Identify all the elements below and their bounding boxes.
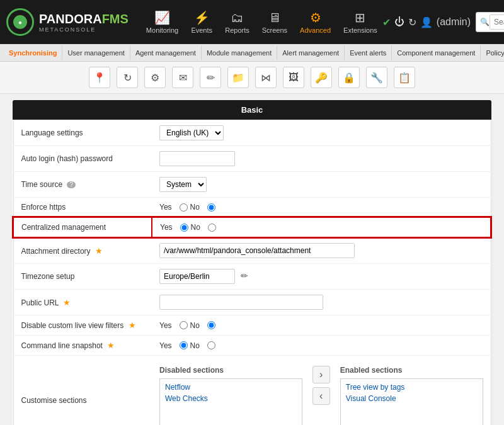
logo-inner: ● [13,15,27,29]
language-label: Language settings [13,120,152,146]
nav-user-management[interactable]: User management [62,46,130,60]
nav-synchronising[interactable]: Synchronising [4,46,62,60]
user-icons: ✔ ⏻ ↻ 👤 (admin) [382,16,471,28]
disabled-sections-title: Disabled sections [159,366,302,375]
enabled-sections-title: Enabled sections [340,366,483,375]
nav-screens[interactable]: 🖥 Screens [257,7,292,38]
toolbar-refresh-icon[interactable]: ↻ [117,67,138,88]
centralizedmgmt-row: Centralized management Yes No [13,217,491,237]
nav-events[interactable]: ⚡ Events [186,6,217,38]
timesource-help-icon[interactable]: ? [67,181,76,188]
screens-icon: 🖥 [268,11,281,25]
main-content: Basic Language settings English (UK) Aut… [0,94,504,425]
settings-table: Language settings English (UK) Auto logi… [13,120,491,425]
centralizedmgmt-yes-label: Yes [160,223,173,232]
disabled-sections-list: Netflow Web Checks [159,378,302,425]
publicurl-input[interactable] [159,295,323,310]
toolbar-nodes-icon[interactable]: ⋈ [255,67,277,88]
customisesections-value: Disabled sections Netflow Web Checks › ‹… [152,356,491,426]
centralizedmgmt-radiogroup: Yes No [160,223,483,232]
enabled-sections-col: Enabled sections Tree view by tags Visua… [340,366,483,425]
enforcehttps-no-label: No [190,203,200,212]
arrow-col: › ‹ [307,366,335,405]
commandline-value: Yes No [152,336,491,356]
timezonesetup-value: ✏ [152,264,491,290]
disabled-netflow-item[interactable]: Netflow [163,382,299,393]
toolbar-tools-icon[interactable]: 🔧 [366,67,387,88]
enabled-treeview-item[interactable]: Tree view by tags [343,382,480,393]
refresh-icon[interactable]: ↻ [408,16,416,28]
toolbar-image-icon[interactable]: 🖼 [283,67,304,88]
nav-module-management[interactable]: Module management [202,46,277,60]
nav-advanced[interactable]: ⚙ Advanced [295,6,336,38]
user-icon: 👤 [420,16,433,28]
toolbar-mail-icon[interactable]: ✉ [172,67,193,88]
power-icon[interactable]: ⏻ [394,16,404,28]
disablefilters-yes-radio[interactable] [180,321,188,329]
nav-alert-management[interactable]: Alert management [277,46,345,60]
timezonesetup-label: Timezone setup [13,264,152,290]
toolbar-list-icon[interactable]: 📋 [394,67,415,88]
disablefilters-no-radio[interactable] [207,321,215,329]
toolbar-edit-icon[interactable]: ✏ [200,67,221,88]
timesource-value: System [152,172,491,198]
timezonesetup-input[interactable] [159,269,235,284]
nav-extensions[interactable]: ⊞ Extensions [338,6,382,38]
disablefilters-star-icon: ★ [129,320,136,330]
commandline-star-icon: ★ [107,341,115,350]
publicurl-star-icon: ★ [63,298,71,307]
extensions-icon: ⊞ [355,10,365,25]
language-row: Language settings English (UK) [13,120,491,146]
attachmentdir-input[interactable] [159,243,355,258]
reports-icon: 🗂 [231,11,243,25]
search-box[interactable]: 🔍 [476,12,504,32]
centralizedmgmt-no-label: No [191,223,200,232]
toolbar-location-icon[interactable]: 📍 [89,67,110,88]
nav-agent-management[interactable]: Agent management [130,46,202,60]
move-right-button[interactable]: › [312,366,330,383]
timesource-select[interactable]: System [159,177,207,192]
enforcehttps-no-radio[interactable] [207,203,215,212]
toolbar-key-icon[interactable]: 🔑 [311,67,332,88]
search-icon: 🔍 [480,18,490,26]
enforcehttps-yes-radio[interactable] [180,203,188,212]
centralizedmgmt-value: Yes No [152,217,491,237]
advanced-icon: ⚙ [310,10,321,25]
events-icon: ⚡ [194,10,210,25]
enabled-visualconsole-item[interactable]: Visual Console [343,393,480,404]
checkmark-icon: ✔ [382,16,391,28]
nav-items: 📈 Monitoring ⚡ Events 🗂 Reports 🖥 Screen… [141,6,382,38]
user-label: (admin) [437,16,471,28]
nav-monitoring[interactable]: 📈 Monitoring [141,6,183,38]
nav-policy-management[interactable]: Policy management [481,46,504,60]
disabled-sections-col: Disabled sections Netflow Web Checks [159,366,302,425]
search-input[interactable] [490,14,504,30]
language-select[interactable]: English (UK) [159,125,224,140]
centralizedmgmt-label: Centralized management [13,217,152,237]
commandline-no-radio[interactable] [207,341,215,349]
autologin-input[interactable] [159,151,235,166]
nav-component-management[interactable]: Component management [392,46,481,60]
nav-event-alerts[interactable]: Event alerts [345,46,392,60]
commandline-radiogroup: Yes No [159,341,483,350]
timesource-label: Time source ? [13,172,152,198]
move-left-button[interactable]: ‹ [312,387,330,405]
customisesections-row: Customise sections Disabled sections Net… [13,356,491,426]
autologin-value [152,146,491,172]
disabled-webchecks-item[interactable]: Web Checks [163,393,299,404]
autologin-label: Auto login (hash) password [13,146,152,172]
timezone-edit-icon[interactable]: ✏ [241,271,248,281]
commandline-yes-radio[interactable] [180,341,188,349]
toolbar-settings-icon[interactable]: ⚙ [144,67,166,88]
toolbar-lock-icon[interactable]: 🔒 [338,67,360,88]
disablefilters-radiogroup: Yes No [159,321,483,330]
toolbar-folder-icon[interactable]: 📁 [227,67,249,88]
logo-meta: METACONSOLE [39,26,129,33]
publicurl-label: Public URL ★ [13,290,152,315]
commandline-row: Command line snapshot ★ Yes No [13,336,491,356]
enforcehttps-radiogroup: Yes No [159,203,483,212]
nav-reports[interactable]: 🗂 Reports [220,7,255,38]
monitoring-icon: 📈 [154,10,170,25]
centralizedmgmt-yes-radio[interactable] [180,224,188,232]
centralizedmgmt-no-radio[interactable] [208,224,216,232]
